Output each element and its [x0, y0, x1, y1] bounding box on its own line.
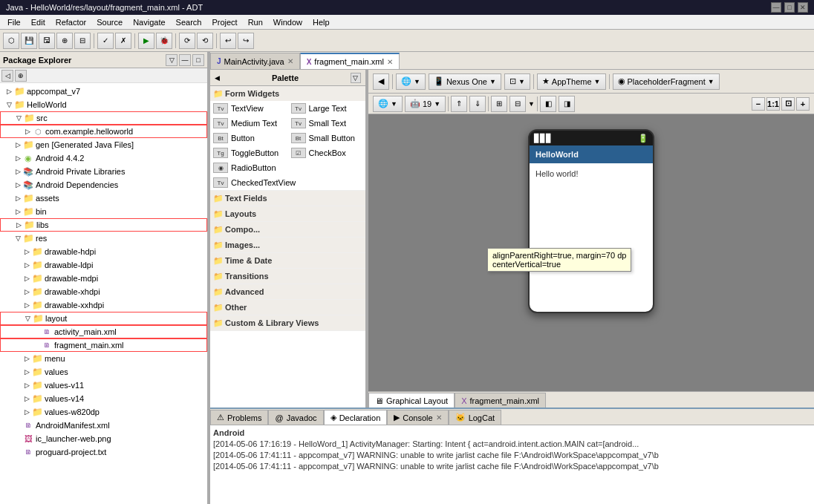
- close-button[interactable]: ✕: [798, 2, 808, 13]
- toolbar-btn-debug[interactable]: 🐞: [156, 33, 172, 49]
- layout-btn-left[interactable]: ◧: [540, 96, 556, 112]
- custom-header[interactable]: 📁 Custom & Library Views: [210, 315, 365, 330]
- tree-item-fragment-main[interactable]: 🗎 fragment_main.xml: [0, 338, 207, 352]
- tree-item-values[interactable]: ▷ 📁 values: [0, 365, 207, 379]
- minimize-button[interactable]: —: [771, 2, 781, 13]
- menu-help[interactable]: Help: [308, 16, 334, 28]
- tree-item-values-v14[interactable]: ▷ 📁 values-v14: [0, 392, 207, 405]
- layout-btn-right[interactable]: ◨: [559, 96, 575, 112]
- canvas-viewport[interactable]: alignParentRight=true, margin=70 dp cent…: [368, 114, 814, 391]
- tree-item-deps[interactable]: ▷ 📚 Android Dependencies: [0, 178, 207, 192]
- menu-search[interactable]: Search: [172, 16, 206, 28]
- tree-toggle[interactable]: ▷: [13, 141, 22, 148]
- tree-item-menu[interactable]: ▷ 📁 menu: [0, 352, 207, 365]
- tree-item-private-libs[interactable]: ▷ 📚 Android Private Libraries: [0, 165, 207, 178]
- menu-file[interactable]: File: [3, 16, 25, 28]
- palette-nav-left[interactable]: ◀: [215, 74, 220, 82]
- tree-item-bin[interactable]: ▷ 📁 bin: [0, 205, 207, 218]
- tree-toggle[interactable]: ▷: [13, 208, 22, 215]
- layout-btn-2[interactable]: ⇓: [469, 96, 486, 112]
- menu-project[interactable]: Project: [207, 16, 241, 28]
- layouts-header[interactable]: 📁 Layouts: [210, 206, 365, 221]
- timedate-header[interactable]: 📁 Time & Date: [210, 253, 365, 268]
- tree-toggle[interactable]: ▷: [13, 168, 22, 175]
- menu-window[interactable]: Window: [269, 16, 307, 28]
- tree-toggle[interactable]: ▽: [14, 114, 23, 122]
- tree-toggle[interactable]: ▷: [22, 261, 31, 269]
- tree-item-values-w820dp[interactable]: ▷ 📁 values-w820dp: [0, 405, 207, 419]
- locale-button[interactable]: 🌐 ▼: [396, 73, 426, 90]
- tab-mainactivity[interactable]: J MainActivity.java ✕: [210, 53, 300, 69]
- toolbar-btn-2[interactable]: 💾: [21, 33, 37, 49]
- collapse-all-button[interactable]: ▽: [166, 54, 178, 66]
- palette-item-checkbox[interactable]: ☑ CheckBox: [288, 145, 366, 160]
- tree-toggle[interactable]: ▽: [13, 235, 22, 242]
- tree-toggle[interactable]: ▷: [13, 194, 22, 202]
- toolbar-btn-4[interactable]: ⊕: [56, 33, 73, 49]
- palette-item-checkedtextview[interactable]: Tv CheckedTextView: [210, 175, 365, 190]
- tree-item-src[interactable]: ▽ 📁 src: [0, 111, 207, 125]
- tree-toggle[interactable]: ▷: [4, 88, 13, 95]
- orientation-button[interactable]: ⊡ ▼: [504, 73, 530, 90]
- toolbar-btn-11[interactable]: ↪: [238, 33, 254, 49]
- tree-item-res[interactable]: ▽ 📁 res: [0, 232, 207, 245]
- tab-fragment-main[interactable]: X fragment_main.xml ✕: [300, 53, 400, 69]
- tree-item-drawable-hdpi[interactable]: ▷ 📁 drawable-hdpi: [0, 245, 207, 258]
- tree-toggle[interactable]: ▷: [22, 288, 31, 295]
- text-fields-header[interactable]: 📁 Text Fields: [210, 191, 365, 206]
- nav-back-button[interactable]: ◀: [373, 73, 389, 90]
- tree-toggle[interactable]: ▷: [22, 355, 31, 362]
- layout-btn-1[interactable]: ⇑: [451, 96, 467, 112]
- tree-item-libs[interactable]: ▷ 📁 libs: [0, 218, 207, 232]
- maximize-button[interactable]: □: [784, 2, 795, 13]
- locale2-button[interactable]: 🌐 ▼: [373, 96, 403, 112]
- tree-item-drawable-mdpi[interactable]: ▷ 📁 drawable-mdpi: [0, 272, 207, 285]
- tree-item-android442[interactable]: ▷ ◉ Android 4.4.2: [0, 151, 207, 165]
- menu-refactor[interactable]: Refactor: [51, 16, 91, 28]
- tree-toggle[interactable]: ▷: [22, 368, 31, 376]
- tree-item-launcher-png[interactable]: 🖼 ic_launcher-web.png: [0, 432, 207, 445]
- zoom-in-button[interactable]: +: [796, 97, 810, 111]
- zoom-out-button[interactable]: −: [752, 97, 765, 111]
- tree-toggle[interactable]: ▷: [14, 221, 23, 229]
- advanced-header[interactable]: 📁 Advanced: [210, 284, 365, 299]
- theme-selector-button[interactable]: ★ AppTheme ▼: [537, 73, 606, 90]
- palette-item-togglebutton[interactable]: Tg ToggleButton: [210, 145, 288, 160]
- tree-item-drawable-xhdpi[interactable]: ▷ 📁 drawable-xhdpi: [0, 285, 207, 298]
- form-widgets-header[interactable]: 📁 Form Widgets: [210, 86, 365, 101]
- palette-item-smallbutton[interactable]: Bt Small Button: [288, 131, 366, 145]
- collapse-button[interactable]: ◁: [1, 70, 13, 82]
- palette-item-textview[interactable]: Tv TextView: [210, 101, 288, 116]
- tree-item-layout[interactable]: ▽ 📁 layout: [0, 312, 207, 325]
- layout-btn-grid[interactable]: ⊞: [491, 96, 507, 112]
- layout-grid-arrow[interactable]: ▼: [528, 100, 535, 108]
- palette-item-button[interactable]: Bt Button: [210, 131, 288, 145]
- tab-logcat[interactable]: 🐱 LogCat: [449, 410, 501, 425]
- toolbar-btn-3[interactable]: 🖫: [39, 33, 55, 49]
- tab-graphical-layout[interactable]: 🖥 Graphical Layout: [368, 393, 455, 408]
- toolbar-btn-9[interactable]: ⟲: [197, 33, 213, 49]
- toolbar-btn-6[interactable]: ✓: [97, 33, 114, 49]
- panel-maximize-button[interactable]: □: [192, 54, 204, 66]
- tree-item-drawable-ldpi[interactable]: ▷ 📁 drawable-ldpi: [0, 258, 207, 272]
- toolbar-btn-run[interactable]: ▶: [138, 33, 154, 49]
- tree-item-helloworld[interactable]: ▽ 📁 HelloWorld: [0, 98, 207, 111]
- composite-header[interactable]: 📁 Compo...: [210, 222, 365, 237]
- tree-toggle[interactable]: ▷: [22, 301, 31, 309]
- menu-run[interactable]: Run: [244, 16, 267, 28]
- palette-item-mediumtext[interactable]: Tv Medium Text: [210, 116, 288, 131]
- tree-toggle[interactable]: ▷: [22, 275, 31, 282]
- palette-item-smalltext[interactable]: Tv Small Text: [288, 116, 366, 131]
- menu-source[interactable]: Source: [92, 16, 127, 28]
- tree-item-gen[interactable]: ▷ 📁 gen [Generated Java Files]: [0, 138, 207, 151]
- tree-item-appcompat[interactable]: ▷ 📁 appcompat_v7: [0, 85, 207, 98]
- palette-item-radiobutton[interactable]: ◉ RadioButton: [210, 160, 365, 175]
- tab-close-button[interactable]: ✕: [287, 57, 293, 65]
- api-level-button[interactable]: 🤖 19 ▼: [405, 96, 446, 112]
- toolbar-btn-1[interactable]: ⬡: [3, 33, 19, 49]
- tree-toggle[interactable]: ▷: [13, 154, 22, 162]
- other-header[interactable]: 📁 Other: [210, 300, 365, 315]
- panel-minimize-button[interactable]: —: [179, 54, 191, 66]
- tree-toggle[interactable]: ▷: [13, 181, 22, 189]
- toolbar-btn-10[interactable]: ↩: [220, 33, 236, 49]
